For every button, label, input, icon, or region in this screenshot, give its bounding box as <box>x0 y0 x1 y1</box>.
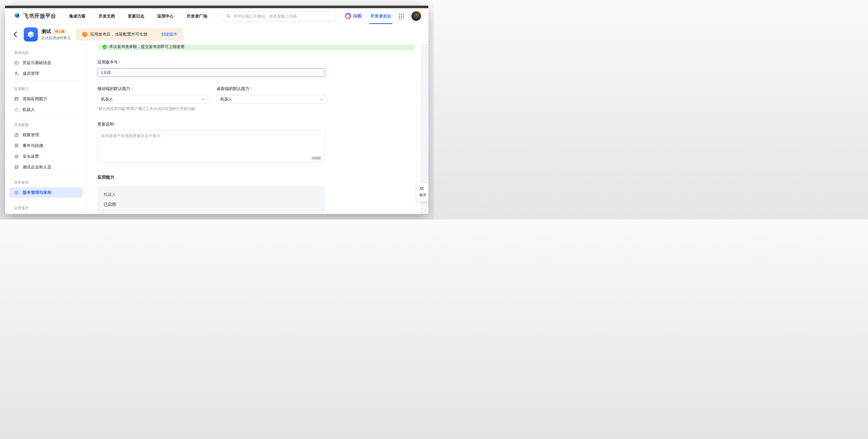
apps-grid-icon[interactable] <box>399 13 404 19</box>
sidebar-item-robot[interactable]: 机器人 <box>9 104 83 115</box>
version-label: 应用版本号 <box>97 60 421 65</box>
sidebar-section-title: 应用能力 <box>9 84 83 93</box>
mobile-capability-select[interactable]: 机器人 <box>97 95 208 104</box>
nav-item-1[interactable]: 开发文档 <box>98 13 115 19</box>
add-capability-icon <box>14 97 19 101</box>
app-subtitle: 正式应用@环界云 <box>41 36 71 41</box>
sidebar-item-member-add[interactable]: 成员管理 <box>9 68 83 79</box>
sidebar-section-title: 开发配置 <box>9 120 83 130</box>
nav-item-4[interactable]: 开发者广场 <box>187 13 207 19</box>
event-callback-icon <box>14 143 19 148</box>
app-name: 测试 <box>41 28 51 35</box>
capability-status: 已启用 <box>104 202 319 207</box>
shield-check-icon <box>14 154 19 159</box>
sidebar-item-code-box[interactable]: 测试企业和人员 <box>9 162 83 172</box>
update-notes-placeholder: 此内容将于应用的更新日志中显示 <box>101 133 160 138</box>
sidebar-section-title: 应用发布 <box>9 178 83 187</box>
sidebar-item-event-callback[interactable]: 事件与回调 <box>9 140 83 151</box>
sidebar-item-label: 凭证与基础信息 <box>23 60 52 65</box>
desktop-capability-label: 桌面端的默认能力 <box>217 86 327 92</box>
app-icon <box>24 27 38 41</box>
sidebar-item-add-capability[interactable]: 添加应用能力 <box>9 94 83 104</box>
sidebar-item-label: 机器人 <box>23 107 35 112</box>
sidebar-item-label: 版本管理与发布 <box>23 190 52 195</box>
id-card-icon <box>14 60 19 65</box>
success-check-icon <box>102 45 107 49</box>
update-notes-textarea[interactable]: 此内容将于应用的更新日志中显示 0/500 <box>97 130 325 163</box>
browser-window: 飞书开放平台 集成方案开发文档更新日志应用中心开发者广场 问答 开发者后台 <box>5 6 428 214</box>
version-input[interactable]: 1.0.0 <box>97 68 325 77</box>
main-area: 基础信息凭证与基础信息成员管理应用能力添加应用能力机器人开发配置权限管理事件与回… <box>5 44 428 214</box>
expand-panel-button[interactable]: 展开 <box>416 183 428 201</box>
content-panel: 本次发布免审核，提交发布后即可上线使用 应用版本号 1.0.0 移动端的默认能力… <box>86 44 421 214</box>
sidebar-item-label: 成员管理 <box>23 71 39 76</box>
chevron-down-icon <box>320 97 323 101</box>
search-box[interactable] <box>222 11 335 22</box>
app-capability-heading: 应用能力 <box>97 175 421 180</box>
sidebar-divider <box>10 200 81 201</box>
warning-text: 应用发布后，当前配置方可生效 <box>90 32 147 37</box>
window-title-strip <box>5 6 428 8</box>
user-avatar[interactable] <box>411 11 421 21</box>
feishu-logo[interactable]: 飞书开放平台 <box>13 12 56 20</box>
sidebar-item-label: 添加应用能力 <box>23 96 47 102</box>
qa-icon <box>345 13 351 19</box>
search-input[interactable] <box>233 13 332 19</box>
capability-name: 机器人 <box>104 192 319 197</box>
top-navbar: 飞书开放平台 集成方案开发文档更新日志应用中心开发者广场 问答 开发者后台 <box>5 8 428 24</box>
logo-text: 飞书开放平台 <box>23 12 56 20</box>
sidebar-divider <box>10 81 81 81</box>
sidebar-section-title: 运营监控 <box>9 203 83 212</box>
sidebar-item-label: 权限管理 <box>23 132 39 138</box>
sidebar-item-id-card[interactable]: 凭证与基础信息 <box>9 58 83 68</box>
chevron-down-icon <box>201 97 205 101</box>
nav-menu: 集成方案开发文档更新日志应用中心开发者广场 <box>69 13 207 19</box>
version-value: 1.0.0 <box>101 70 110 75</box>
warning-icon: ! <box>82 32 87 37</box>
nav-item-0[interactable]: 集成方案 <box>69 13 86 19</box>
app-meta: 测试 待上线 正式应用@环界云 <box>41 28 71 41</box>
sidebar-item-label: 事件与回调 <box>23 143 43 148</box>
developer-console-tab[interactable]: 开发者后台 <box>370 8 391 24</box>
double-chevron-left-icon <box>419 186 424 191</box>
sidebar-section-title: 基础信息 <box>9 48 83 57</box>
publish-icon <box>14 190 19 195</box>
sidebar-item-label: 安全设置 <box>23 154 39 159</box>
feishu-logo-icon <box>13 12 21 20</box>
qa-link[interactable]: 问答 <box>345 13 362 19</box>
mobile-capability-label: 移动端的默认能力 <box>97 86 208 92</box>
update-notes-label: 更新说明 <box>97 122 421 127</box>
back-button[interactable] <box>12 31 19 38</box>
sidebar-item-publish[interactable]: 版本管理与发布 <box>9 187 83 198</box>
search-icon <box>226 14 230 18</box>
desktop-capability-select[interactable]: 机器人 <box>217 95 327 104</box>
cube-icon <box>26 29 36 39</box>
capability-hint: “默认的应用功能”即用户通过工作台访问应用时打开的功能 <box>97 106 208 111</box>
sidebar: 基础信息凭证与基础信息成员管理应用能力添加应用能力机器人开发配置权限管理事件与回… <box>5 44 86 214</box>
status-badge: 待上线 <box>53 29 66 34</box>
text-caret <box>110 70 110 75</box>
success-banner-text: 本次发布免审核，提交发布后即可上线使用 <box>109 44 184 49</box>
code-box-icon <box>14 165 19 170</box>
sidebar-item-label: 测试企业和人员 <box>23 165 52 170</box>
nav-item-3[interactable]: 应用中心 <box>157 13 174 19</box>
robot-icon <box>14 107 19 112</box>
create-version-link[interactable]: 创建版本 <box>161 32 177 37</box>
developer-console-label: 开发者后台 <box>370 13 391 19</box>
back-chevron-icon <box>12 31 19 38</box>
success-banner: 本次发布免审核，提交发布后即可上线使用 <box>97 44 414 50</box>
expand-label: 展开 <box>419 193 426 198</box>
app-header: 测试 待上线 正式应用@环界云 ! 应用发布后，当前配置方可生效 创建版本 <box>5 24 428 44</box>
warning-banner: ! 应用发布后，当前配置方可生效 创建版本 <box>76 28 184 41</box>
sidebar-item-lock[interactable]: 权限管理 <box>9 130 83 140</box>
char-counter: 0/500 <box>310 156 322 161</box>
app-capability-panel: 机器人 已启用 <box>97 186 325 213</box>
qa-label: 问答 <box>353 13 362 19</box>
nav-item-2[interactable]: 更新日志 <box>128 13 144 19</box>
lock-icon <box>14 133 19 137</box>
sidebar-item-shield-check[interactable]: 安全设置 <box>9 151 83 162</box>
member-add-icon <box>14 71 19 76</box>
